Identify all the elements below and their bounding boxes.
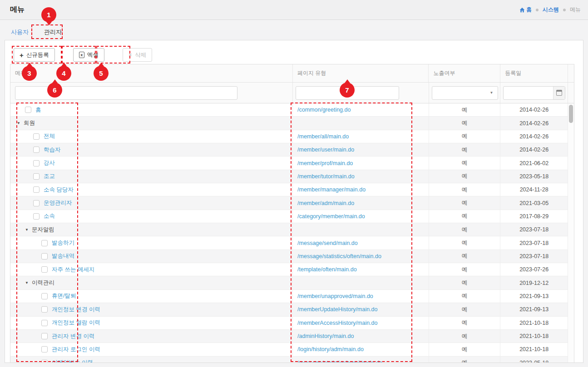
tab-admin[interactable]: 관리자 [43, 26, 63, 38]
new-register-label: 신규등록 [26, 51, 49, 59]
menu-link[interactable]: 학습자 [44, 146, 61, 154]
reg-date-cell: 2023-07-18 [500, 250, 568, 263]
page-url-link[interactable]: /login/history/adm/main.do [293, 346, 364, 352]
row-checkbox[interactable] [33, 186, 40, 193]
menu-link[interactable]: 개인정보 변경 이력 [52, 306, 100, 313]
content-panel: + 신규등록 x 엑셀 × 삭제 메뉴 페이지 유형 노출여부 등록일 [5, 40, 583, 363]
row-checkbox[interactable] [33, 147, 40, 153]
reg-date-cell: 2014-02-26 [500, 130, 568, 143]
reg-date-cell: 2017-08-29 [500, 210, 568, 223]
callout-5: 5 [94, 66, 109, 81]
scrollbar-thumb[interactable] [569, 105, 573, 123]
row-checkbox[interactable] [41, 266, 48, 273]
menu-link[interactable]: 조교 [44, 172, 55, 180]
visibility-filter-select[interactable]: ▼ [432, 86, 498, 100]
grid-body: 홈/common/greeting.do예2014-02-26▼회원예2014-… [10, 103, 574, 363]
menu-link[interactable]: 휴면/탈퇴 [52, 292, 76, 300]
new-register-button[interactable]: + 신규등록 [14, 48, 55, 62]
visibility-cell: 예 [429, 170, 501, 183]
page-url-link[interactable]: /member/unapproved/main.do [293, 293, 373, 299]
page-url-link[interactable]: /member/prof/main.do [293, 160, 353, 166]
page-url-link[interactable]: /message/statistics/email/main.do [293, 360, 382, 363]
tree-collapse-icon[interactable]: ▼ [17, 121, 20, 125]
row-checkbox[interactable] [41, 293, 48, 299]
page-url-link[interactable]: /common/greeting.do [293, 107, 351, 113]
page-url-link[interactable]: /adminHistory/main.do [293, 333, 354, 339]
page-url-link[interactable]: /template/often/main.do [293, 266, 357, 273]
date-filter-input[interactable] [504, 87, 553, 99]
tree-row: 강사/member/prof/main.do예2021-06-02 [10, 157, 574, 170]
tree-row: 전체/member/all/main.do예2014-02-26 [10, 130, 574, 143]
breadcrumb-system-link[interactable]: 시스템 [543, 6, 559, 14]
page-url-link[interactable]: /message/statistics/often/main.do [293, 253, 381, 259]
group-label: 문자알림 [32, 226, 54, 234]
reg-date-cell: 2021-06-02 [500, 157, 568, 169]
page-url-link[interactable]: /memberUpdateHistory/main.do [293, 306, 377, 313]
plus-icon: + [20, 52, 24, 59]
row-checkbox[interactable] [41, 253, 48, 259]
row-checkbox[interactable] [41, 306, 48, 313]
row-checkbox[interactable] [41, 346, 48, 352]
menu-link[interactable]: 강사 [44, 159, 55, 167]
menu-link[interactable]: 관리자 로그인 이력 [52, 346, 100, 353]
page-url-link[interactable]: /member/user/main.do [293, 147, 354, 153]
row-checkbox[interactable] [33, 133, 40, 140]
tree-row: 휴면/탈퇴/member/unapproved/main.do예2021-09-… [10, 290, 574, 303]
breadcrumb: 홈 시스템 메뉴 [519, 6, 581, 14]
tree-collapse-icon[interactable]: ▼ [25, 281, 29, 285]
excel-label: 엑셀 [87, 51, 99, 59]
row-checkbox[interactable] [41, 320, 48, 326]
chevron-down-icon: ▼ [490, 91, 494, 95]
menu-link[interactable]: 이메일발송 이력 [52, 359, 93, 363]
delete-button[interactable]: × 삭제 [123, 48, 152, 62]
tree-row: 발송하기/message/send/main.do예2023-07-18 [10, 236, 574, 250]
menu-link[interactable]: 전체 [44, 132, 55, 140]
menu-link[interactable]: 발송하기 [52, 239, 74, 247]
row-checkbox[interactable] [33, 160, 40, 166]
top-header-bar: 메뉴 홈 시스템 메뉴 [0, 0, 588, 20]
page-url-link[interactable]: /member/manager/main.do [293, 186, 366, 193]
menu-link[interactable]: 자주 쓰는 메세지 [52, 266, 94, 274]
tree-collapse-icon[interactable]: ▼ [25, 228, 29, 232]
page-url-link[interactable]: /member/adm/main.do [293, 200, 354, 206]
tab-user[interactable]: 사용자 [10, 26, 30, 38]
row-checkbox[interactable] [25, 107, 31, 113]
grid-body-rows: 홈/common/greeting.do예2014-02-26▼회원예2014-… [10, 103, 574, 363]
reg-date-cell: 2019-12-12 [500, 276, 568, 289]
visibility-cell: 예 [429, 357, 501, 363]
tree-row: 조교/member/tutor/main.do예2023-05-18 [10, 170, 574, 183]
menu-link[interactable]: 운영관리자 [44, 199, 72, 207]
column-header-reg-date[interactable]: 등록일 [500, 64, 568, 82]
menu-link[interactable]: 홈 [35, 106, 41, 114]
reg-date-cell: 2024-11-28 [500, 183, 568, 196]
page-url-link[interactable]: /member/tutor/main.do [293, 173, 355, 180]
row-checkbox[interactable] [41, 360, 48, 363]
row-checkbox[interactable] [33, 200, 40, 206]
menu-link[interactable]: 관리자 변경 이력 [52, 333, 94, 340]
tree-row: 개인정보 열람 이력/memberAccessHistory/main.do예2… [10, 317, 574, 330]
visibility-cell: 예 [429, 143, 501, 156]
calendar-button[interactable] [553, 87, 565, 99]
page-url-link[interactable]: /member/all/main.do [293, 133, 349, 140]
menu-link[interactable]: 개인정보 열람 이력 [52, 319, 100, 327]
column-header-visibility[interactable]: 노출여부 [429, 64, 500, 82]
menu-link[interactable]: 소속 담당자 [44, 186, 74, 194]
menu-link[interactable]: 소속 [44, 212, 55, 220]
excel-button[interactable]: x 엑셀 [73, 48, 104, 62]
visibility-cell: 예 [429, 157, 501, 169]
breadcrumb-home-link[interactable]: 홈 [519, 6, 532, 14]
row-checkbox[interactable] [41, 333, 48, 339]
tree-row: 홈/common/greeting.do예2014-02-26 [10, 103, 574, 117]
column-header-spacer [568, 64, 574, 82]
tree-row: 관리자 로그인 이력/login/history/adm/main.do예202… [10, 343, 574, 356]
row-checkbox[interactable] [33, 213, 40, 220]
row-checkbox[interactable] [33, 173, 40, 180]
column-header-page-type[interactable]: 페이지 유형 [293, 64, 429, 82]
page-url-link[interactable]: /memberAccessHistory/main.do [293, 320, 377, 326]
menu-link[interactable]: 발송내역 [52, 252, 74, 260]
scrollbar-track[interactable] [568, 103, 574, 363]
callout-4: 4 [56, 66, 71, 81]
page-url-link[interactable]: /category/member/main.do [293, 213, 365, 220]
row-checkbox[interactable] [41, 240, 48, 246]
page-url-link[interactable]: /message/send/main.do [293, 240, 358, 246]
